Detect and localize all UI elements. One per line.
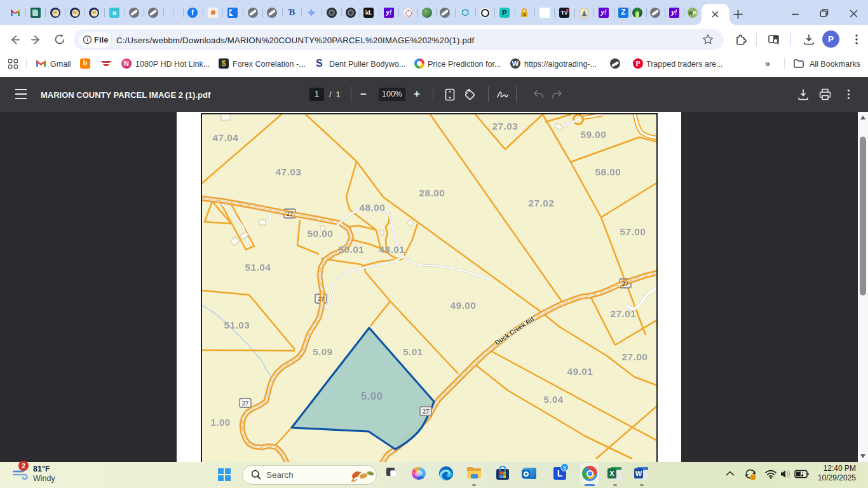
svg-text:5.04: 5.04 (544, 394, 564, 405)
svg-text:28.00: 28.00 (419, 187, 445, 198)
svg-text:48.01: 48.01 (379, 244, 405, 255)
svg-text:51.03: 51.03 (224, 320, 250, 330)
svg-text:27.00: 27.00 (622, 351, 648, 362)
svg-text:27: 27 (318, 295, 325, 302)
svg-text:27.02: 27.02 (529, 198, 555, 208)
svg-text:47.04: 47.04 (213, 132, 239, 143)
svg-text:27: 27 (242, 400, 249, 407)
svg-text:57.00: 57.00 (620, 226, 646, 237)
svg-text:5.00: 5.00 (361, 390, 383, 402)
svg-text:49.00: 49.00 (451, 300, 477, 311)
svg-text:27.03: 27.03 (492, 121, 519, 132)
svg-text:27.01: 27.01 (611, 308, 637, 319)
svg-text:50.01: 50.01 (339, 244, 365, 255)
svg-text:47.03: 47.03 (276, 166, 302, 177)
svg-text:27: 27 (287, 210, 294, 217)
svg-text:50.00: 50.00 (308, 228, 334, 239)
svg-text:48.00: 48.00 (360, 202, 386, 213)
svg-text:27: 27 (423, 408, 430, 415)
svg-text:1.00: 1.00 (211, 417, 231, 428)
svg-text:27: 27 (622, 280, 629, 287)
svg-text:5.09: 5.09 (313, 346, 333, 357)
svg-text:51.04: 51.04 (245, 262, 271, 273)
svg-text:58.00: 58.00 (595, 166, 621, 177)
svg-text:49.01: 49.01 (567, 366, 593, 377)
svg-text:59.00: 59.00 (581, 129, 607, 140)
svg-text:5.01: 5.01 (403, 346, 423, 357)
